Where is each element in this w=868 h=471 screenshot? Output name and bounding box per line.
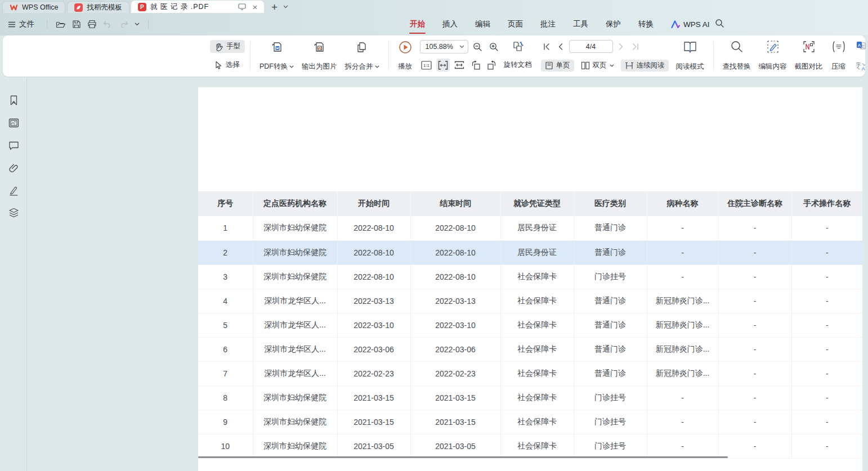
fit-width-icon[interactable] [436,59,450,71]
table-cell: 门诊挂号 [574,385,647,410]
prev-page-icon[interactable] [555,41,566,53]
thumbnail-panel-icon[interactable] [0,111,27,134]
redo-icon [119,20,128,28]
tab-docer-templates[interactable]: 找稻壳模板 [67,1,129,13]
bookmark-panel-icon[interactable] [0,89,27,111]
zoom-level-select[interactable]: 105.88% [420,40,468,53]
signature-panel-icon[interactable] [0,179,27,201]
menu-bar: 文件 开始 插入 [0,14,868,35]
rotate-pages-icon[interactable] [512,41,525,53]
rotate-doc-button[interactable]: 旋转文档 [504,60,532,70]
ribbon-tab-page[interactable]: 页面 [507,17,524,32]
export-image-button[interactable]: 输出为图片 [298,39,341,72]
ribbon-tab-insert[interactable]: 插入 [442,17,458,32]
first-page-icon[interactable] [541,41,552,53]
page-number-input[interactable] [569,40,613,53]
ribbon-tab-convert[interactable]: 转换 [638,17,654,32]
play-button[interactable]: 播放 [394,39,417,72]
cursor-icon [214,61,222,69]
rotate-right-icon[interactable] [485,59,499,71]
continuous-read-label: 连续阅读 [637,61,665,70]
ribbon-tab-edit[interactable]: 编辑 [475,17,491,32]
find-replace-button[interactable]: 查找替换 [719,39,755,72]
tab-document-pdf[interactable]: P 就 医 记 录 .PDF × [131,1,264,13]
double-page-label: 双页 [593,61,607,70]
table-cell: 社会保障卡 [500,410,574,434]
ribbon-search-icon[interactable] [715,19,724,28]
book-icon [683,40,697,53]
table-cell: 居民身份证 [500,240,574,264]
print-icon[interactable] [87,20,97,29]
split-merge-button[interactable]: 拆分合并 [341,39,383,72]
fit-page-icon[interactable] [453,59,466,71]
new-tab-button[interactable]: + [271,2,278,12]
table-cell: 门诊挂号 [574,264,647,289]
continuous-read-button[interactable]: 连续阅读 [621,60,669,71]
tab-list-chevron-icon[interactable] [283,5,288,8]
compress-button[interactable]: 压缩 [827,39,851,72]
export-image-label: 输出为图片 [302,62,337,71]
save-icon[interactable] [72,20,81,29]
table-cell: - [791,289,862,313]
screenshot-compare-button[interactable]: 截图对比 [791,39,827,72]
close-tab-icon[interactable]: × [250,2,259,11]
read-mode-button[interactable]: 阅读模式 [672,39,708,72]
open-folder-icon[interactable] [56,20,66,29]
pdf-convert-button[interactable]: PDF转换 [256,39,298,72]
double-page-button[interactable]: 双页 [577,60,618,71]
file-menu-button[interactable]: 文件 [8,19,34,29]
select-tool-button[interactable]: 选择 [210,59,245,71]
wps-logo-icon [10,3,18,12]
compress-label: 压缩 [831,62,845,71]
table-cell: 社会保障卡 [500,385,574,410]
table-cell: 7 [198,361,253,385]
screenshot-compare-icon [802,40,816,53]
attachment-panel-icon[interactable] [0,156,27,179]
svg-text:A: A [857,43,861,48]
table-cell: 2022-03-10 [337,313,410,337]
table-cell: 普通门诊 [574,289,647,313]
table-row: 4深圳市龙华区人...2022-03-132022-03-13社会保障卡普通门诊… [198,289,862,313]
table-cell: 深圳市妇幼保健院 [253,240,337,264]
next-page-icon[interactable] [616,41,627,53]
rotate-left-icon[interactable] [469,59,482,71]
full-translate-button[interactable]: 文A 全文翻译 [856,41,868,50]
svg-text:A: A [861,66,865,71]
read-mode-label: 阅读模式 [676,62,704,71]
wps-ai-button[interactable]: WPS AI [671,14,710,35]
window-header: WPS Office 找稻壳模板 P 就 医 记 录 .PDF × + [0,0,868,35]
ribbon-tab-comment[interactable]: 批注 [540,17,556,32]
edit-content-button[interactable]: 编辑内容 [755,39,791,72]
table-cell: 普通门诊 [574,240,647,264]
chevron-down-icon [610,64,614,67]
table-cell: - [718,337,791,361]
comment-panel-icon[interactable] [0,134,27,156]
actual-size-icon[interactable]: 1:1 [420,59,433,71]
table-cell: 2022-08-10 [337,240,410,264]
word-translate-button[interactable]: 字A 划词翻译 [856,61,868,71]
table-cell: 普通门诊 [574,361,647,385]
present-monitor-icon[interactable] [238,2,247,11]
table-horizontal-scrollbar[interactable] [198,456,728,458]
table-row: 3深圳市妇幼保健院2022-08-102022-08-10社会保障卡门诊挂号--… [198,264,862,289]
ribbon-tab-tools[interactable]: 工具 [572,17,589,32]
table-cell: 2021-03-15 [337,410,410,434]
ribbon-tab-home[interactable]: 开始 [409,17,426,32]
table-cell: - [647,410,718,434]
full-translate-icon: 文A [856,41,866,50]
hand-tool-button[interactable]: 手型 [210,40,245,53]
divider [148,20,149,29]
zoom-in-icon[interactable] [487,41,501,53]
undo-history-chevron-icon[interactable] [135,23,140,26]
zoom-out-icon[interactable] [471,41,485,53]
last-page-icon[interactable] [630,41,641,53]
layers-panel-icon[interactable] [0,201,27,224]
table-cell: - [718,434,791,458]
table-cell: - [718,361,791,385]
table-cell: 深圳市妇幼保健院 [253,385,337,410]
table-cell: 2022-08-10 [410,240,500,264]
single-page-button[interactable]: 单页 [541,60,574,71]
ribbon-tab-protect[interactable]: 保护 [605,17,621,32]
tab-wps-office[interactable]: WPS Office [2,1,65,13]
wps-ai-label: WPS AI [683,20,710,29]
